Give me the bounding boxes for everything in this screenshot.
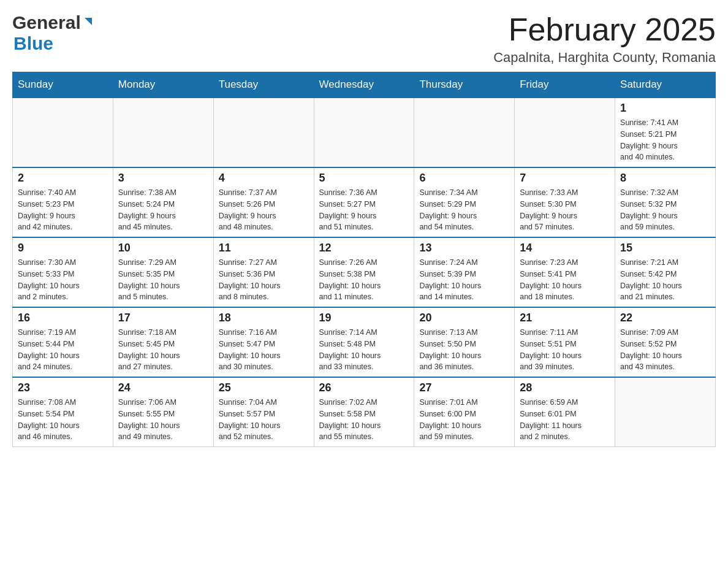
logo: General Blue bbox=[12, 12, 94, 54]
svg-marker-0 bbox=[85, 18, 92, 25]
calendar-cell: 11Sunrise: 7:27 AMSunset: 5:36 PMDayligh… bbox=[213, 237, 314, 307]
day-number: 19 bbox=[319, 312, 409, 324]
day-number: 2 bbox=[18, 172, 108, 185]
day-info: Sunrise: 7:09 AMSunset: 5:52 PMDaylight:… bbox=[620, 327, 710, 373]
calendar-cell: 26Sunrise: 7:02 AMSunset: 5:58 PMDayligh… bbox=[314, 377, 414, 447]
week-row-3: 9Sunrise: 7:30 AMSunset: 5:33 PMDaylight… bbox=[13, 237, 716, 307]
header-friday: Friday bbox=[515, 72, 615, 98]
day-number: 6 bbox=[419, 172, 509, 185]
calendar-cell: 28Sunrise: 6:59 AMSunset: 6:01 PMDayligh… bbox=[515, 377, 615, 447]
calendar-cell: 6Sunrise: 7:34 AMSunset: 5:29 PMDaylight… bbox=[414, 167, 515, 237]
calendar-cell: 24Sunrise: 7:06 AMSunset: 5:55 PMDayligh… bbox=[113, 377, 213, 447]
week-row-1: 1Sunrise: 7:41 AMSunset: 5:21 PMDaylight… bbox=[13, 98, 716, 167]
day-info: Sunrise: 7:11 AMSunset: 5:51 PMDaylight:… bbox=[520, 327, 610, 373]
logo-blue-text: Blue bbox=[13, 33, 53, 53]
calendar-cell: 21Sunrise: 7:11 AMSunset: 5:51 PMDayligh… bbox=[515, 307, 615, 377]
day-info: Sunrise: 7:34 AMSunset: 5:29 PMDaylight:… bbox=[419, 187, 509, 233]
calendar-cell bbox=[113, 98, 213, 167]
day-number: 14 bbox=[520, 242, 610, 255]
header-thursday: Thursday bbox=[414, 72, 515, 98]
day-info: Sunrise: 7:38 AMSunset: 5:24 PMDaylight:… bbox=[118, 187, 208, 233]
calendar-cell: 17Sunrise: 7:18 AMSunset: 5:45 PMDayligh… bbox=[113, 307, 213, 377]
page-header: General Blue February 2025 Capalnita, Ha… bbox=[12, 12, 716, 66]
day-info: Sunrise: 7:33 AMSunset: 5:30 PMDaylight:… bbox=[520, 187, 610, 233]
day-number: 9 bbox=[18, 242, 108, 255]
calendar-cell: 12Sunrise: 7:26 AMSunset: 5:38 PMDayligh… bbox=[314, 237, 414, 307]
day-info: Sunrise: 7:13 AMSunset: 5:50 PMDaylight:… bbox=[419, 327, 509, 373]
day-number: 11 bbox=[219, 242, 309, 255]
calendar-cell: 18Sunrise: 7:16 AMSunset: 5:47 PMDayligh… bbox=[213, 307, 314, 377]
calendar-cell: 16Sunrise: 7:19 AMSunset: 5:44 PMDayligh… bbox=[13, 307, 113, 377]
calendar-cell: 23Sunrise: 7:08 AMSunset: 5:54 PMDayligh… bbox=[13, 377, 113, 447]
calendar-cell: 27Sunrise: 7:01 AMSunset: 6:00 PMDayligh… bbox=[414, 377, 515, 447]
calendar-cell: 9Sunrise: 7:30 AMSunset: 5:33 PMDaylight… bbox=[13, 237, 113, 307]
calendar-cell bbox=[13, 98, 113, 167]
day-number: 15 bbox=[620, 242, 710, 255]
day-number: 17 bbox=[118, 312, 208, 324]
day-number: 22 bbox=[620, 312, 710, 324]
calendar-cell: 2Sunrise: 7:40 AMSunset: 5:23 PMDaylight… bbox=[13, 167, 113, 237]
day-number: 7 bbox=[520, 172, 610, 185]
day-number: 27 bbox=[419, 381, 509, 394]
calendar-cell bbox=[615, 377, 716, 447]
calendar-cell: 8Sunrise: 7:32 AMSunset: 5:32 PMDaylight… bbox=[615, 167, 716, 237]
day-number: 18 bbox=[219, 312, 309, 324]
day-number: 10 bbox=[118, 242, 208, 255]
day-number: 25 bbox=[219, 381, 309, 394]
day-info: Sunrise: 7:23 AMSunset: 5:41 PMDaylight:… bbox=[520, 257, 610, 303]
day-info: Sunrise: 7:40 AMSunset: 5:23 PMDaylight:… bbox=[18, 187, 108, 233]
day-number: 5 bbox=[319, 172, 409, 185]
calendar-cell: 10Sunrise: 7:29 AMSunset: 5:35 PMDayligh… bbox=[113, 237, 213, 307]
calendar-cell: 14Sunrise: 7:23 AMSunset: 5:41 PMDayligh… bbox=[515, 237, 615, 307]
day-info: Sunrise: 7:29 AMSunset: 5:35 PMDaylight:… bbox=[118, 257, 208, 303]
day-info: Sunrise: 7:37 AMSunset: 5:26 PMDaylight:… bbox=[219, 187, 309, 233]
calendar-cell: 1Sunrise: 7:41 AMSunset: 5:21 PMDaylight… bbox=[615, 98, 716, 167]
week-row-5: 23Sunrise: 7:08 AMSunset: 5:54 PMDayligh… bbox=[13, 377, 716, 447]
calendar-cell: 4Sunrise: 7:37 AMSunset: 5:26 PMDaylight… bbox=[213, 167, 314, 237]
day-info: Sunrise: 7:06 AMSunset: 5:55 PMDaylight:… bbox=[118, 397, 208, 443]
day-info: Sunrise: 7:08 AMSunset: 5:54 PMDaylight:… bbox=[18, 397, 108, 443]
weekday-header-row: Sunday Monday Tuesday Wednesday Thursday… bbox=[13, 72, 716, 98]
header-tuesday: Tuesday bbox=[213, 72, 314, 98]
calendar-cell: 20Sunrise: 7:13 AMSunset: 5:50 PMDayligh… bbox=[414, 307, 515, 377]
title-block: February 2025 Capalnita, Harghita County… bbox=[493, 12, 716, 66]
day-info: Sunrise: 7:02 AMSunset: 5:58 PMDaylight:… bbox=[319, 397, 409, 443]
day-info: Sunrise: 7:32 AMSunset: 5:32 PMDaylight:… bbox=[620, 187, 710, 233]
day-info: Sunrise: 7:04 AMSunset: 5:57 PMDaylight:… bbox=[219, 397, 309, 443]
calendar-cell: 22Sunrise: 7:09 AMSunset: 5:52 PMDayligh… bbox=[615, 307, 716, 377]
day-info: Sunrise: 7:19 AMSunset: 5:44 PMDaylight:… bbox=[18, 327, 108, 373]
month-title: February 2025 bbox=[493, 12, 716, 47]
day-info: Sunrise: 7:41 AMSunset: 5:21 PMDaylight:… bbox=[620, 117, 710, 163]
day-info: Sunrise: 7:26 AMSunset: 5:38 PMDaylight:… bbox=[319, 257, 409, 303]
calendar-cell: 13Sunrise: 7:24 AMSunset: 5:39 PMDayligh… bbox=[414, 237, 515, 307]
day-info: Sunrise: 7:30 AMSunset: 5:33 PMDaylight:… bbox=[18, 257, 108, 303]
calendar-cell: 7Sunrise: 7:33 AMSunset: 5:30 PMDaylight… bbox=[515, 167, 615, 237]
calendar-cell bbox=[414, 98, 515, 167]
day-info: Sunrise: 7:21 AMSunset: 5:42 PMDaylight:… bbox=[620, 257, 710, 303]
header-wednesday: Wednesday bbox=[314, 72, 414, 98]
header-saturday: Saturday bbox=[615, 72, 716, 98]
week-row-2: 2Sunrise: 7:40 AMSunset: 5:23 PMDaylight… bbox=[13, 167, 716, 237]
calendar-table: Sunday Monday Tuesday Wednesday Thursday… bbox=[12, 72, 716, 447]
logo-arrow-icon bbox=[82, 15, 94, 30]
day-number: 24 bbox=[118, 381, 208, 394]
day-number: 23 bbox=[18, 381, 108, 394]
day-number: 4 bbox=[219, 172, 309, 185]
header-monday: Monday bbox=[113, 72, 213, 98]
calendar-cell: 5Sunrise: 7:36 AMSunset: 5:27 PMDaylight… bbox=[314, 167, 414, 237]
day-number: 1 bbox=[620, 102, 710, 115]
day-info: Sunrise: 7:27 AMSunset: 5:36 PMDaylight:… bbox=[219, 257, 309, 303]
day-number: 20 bbox=[419, 312, 509, 324]
calendar-cell bbox=[314, 98, 414, 167]
day-number: 21 bbox=[520, 312, 610, 324]
calendar-cell: 3Sunrise: 7:38 AMSunset: 5:24 PMDaylight… bbox=[113, 167, 213, 237]
calendar-cell bbox=[213, 98, 314, 167]
day-number: 26 bbox=[319, 381, 409, 394]
day-number: 8 bbox=[620, 172, 710, 185]
day-info: Sunrise: 7:01 AMSunset: 6:00 PMDaylight:… bbox=[419, 397, 509, 443]
location-title: Capalnita, Harghita County, Romania bbox=[493, 50, 716, 66]
day-number: 28 bbox=[520, 381, 610, 394]
week-row-4: 16Sunrise: 7:19 AMSunset: 5:44 PMDayligh… bbox=[13, 307, 716, 377]
day-info: Sunrise: 7:36 AMSunset: 5:27 PMDaylight:… bbox=[319, 187, 409, 233]
day-info: Sunrise: 7:14 AMSunset: 5:48 PMDaylight:… bbox=[319, 327, 409, 373]
